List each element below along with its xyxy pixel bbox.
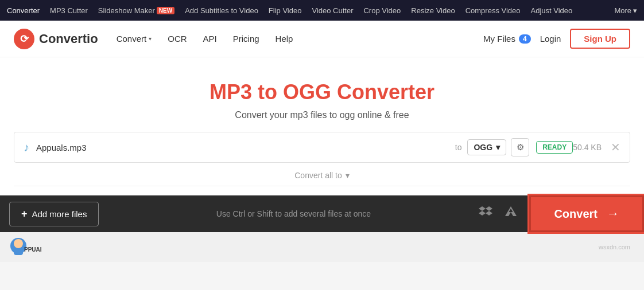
topbar-link-converter[interactable]: Converter xyxy=(7,6,40,15)
svg-text:PPUALS: PPUALS xyxy=(24,246,41,253)
format-chevron-icon: ▾ xyxy=(496,143,500,152)
main-nav: ⟳ Convertio Convert ▾ OCR API Pricing He… xyxy=(0,21,644,57)
signup-button[interactable]: Sign Up xyxy=(570,29,630,49)
nav-right: My Files 4 Login Sign Up xyxy=(483,29,630,49)
nav-link-api[interactable]: API xyxy=(203,34,217,44)
file-row: ♪ Appuals.mp3 to OGG ▾ ⚙ READY 50.4 KB ✕ xyxy=(14,132,630,163)
topbar-link-crop[interactable]: Crop Video xyxy=(363,6,401,15)
nav-links: Convert ▾ OCR API Pricing Help xyxy=(117,34,483,44)
logo[interactable]: ⟳ Convertio xyxy=(14,29,98,49)
page-footer: PPUALS wsxdn.com xyxy=(0,232,644,262)
convert-all-label: Convert all to xyxy=(294,171,342,180)
nav-link-help[interactable]: Help xyxy=(276,34,293,44)
cloud-icons xyxy=(479,205,518,222)
svg-point-3 xyxy=(14,239,23,248)
convert-button-label: Convert xyxy=(554,207,598,221)
file-size: 50.4 KB xyxy=(573,143,602,152)
new-badge: NEW xyxy=(157,7,174,14)
music-icon: ♪ xyxy=(24,141,29,154)
hero-section: MP3 to OGG Converter Convert your mp3 fi… xyxy=(0,57,644,132)
convert-button[interactable]: Convert → xyxy=(529,195,644,232)
svg-text:⟳: ⟳ xyxy=(20,33,29,45)
add-files-button[interactable]: + Add more files xyxy=(9,202,99,226)
topbar-link-resize[interactable]: Resize Video xyxy=(411,6,455,15)
drag-hint: Use Ctrl or Shift to add several files a… xyxy=(108,209,479,218)
top-bar: Converter MP3 Cutter Slideshow Maker NEW… xyxy=(0,0,644,21)
nav-link-convert[interactable]: Convert ▾ xyxy=(117,34,152,44)
hero-subtitle: Convert your mp3 files to ogg online & f… xyxy=(11,110,633,120)
to-label: to xyxy=(455,143,462,152)
nav-link-pricing[interactable]: Pricing xyxy=(233,34,259,44)
topbar-link-subtitles[interactable]: Add Subtitles to Video xyxy=(185,6,258,15)
gear-icon: ⚙ xyxy=(517,142,524,152)
plus-icon: + xyxy=(21,208,28,220)
google-drive-icon[interactable] xyxy=(504,205,518,222)
dropbox-icon[interactable] xyxy=(479,205,492,222)
hero-title: MP3 to OGG Converter xyxy=(11,80,633,104)
topbar-link-compress[interactable]: Compress Video xyxy=(465,6,521,15)
topbar-link-videocutter[interactable]: Video Cutter xyxy=(312,6,353,15)
topbar-link-adjust[interactable]: Adjust Video xyxy=(531,6,573,15)
logo-icon: ⟳ xyxy=(14,29,34,49)
files-count-badge: 4 xyxy=(519,34,531,44)
watermark: wsxdn.com xyxy=(592,241,637,253)
action-bar: + Add more files Use Ctrl or Shift to ad… xyxy=(0,195,644,232)
convert-all-row[interactable]: Convert all to ▾ xyxy=(14,165,630,186)
login-button[interactable]: Login xyxy=(540,34,561,44)
converter-area: ♪ Appuals.mp3 to OGG ▾ ⚙ READY 50.4 KB ✕… xyxy=(0,132,644,195)
ready-badge: READY xyxy=(536,141,573,154)
appuals-character-icon: PPUALS xyxy=(7,236,41,258)
convert-all-chevron-icon: ▾ xyxy=(346,171,350,180)
more-chevron-icon: ▾ xyxy=(633,6,637,15)
format-select[interactable]: OGG ▾ xyxy=(467,139,506,155)
svg-rect-4 xyxy=(14,248,23,255)
settings-button[interactable]: ⚙ xyxy=(511,138,529,156)
topbar-link-mp3cutter[interactable]: MP3 Cutter xyxy=(50,6,88,15)
convert-arrow-icon: → xyxy=(607,206,619,221)
convert-chevron-icon: ▾ xyxy=(149,36,152,42)
nav-link-ocr[interactable]: OCR xyxy=(168,34,187,44)
file-name: Appuals.mp3 xyxy=(36,143,449,152)
appuals-logo: PPUALS xyxy=(7,236,41,258)
close-button[interactable]: ✕ xyxy=(611,142,620,153)
more-menu[interactable]: More ▾ xyxy=(614,6,637,15)
logo-text: Convertio xyxy=(39,32,98,46)
topbar-link-flip[interactable]: Flip Video xyxy=(269,6,302,15)
topbar-link-slideshow[interactable]: Slideshow Maker NEW xyxy=(98,6,174,15)
my-files-button[interactable]: My Files 4 xyxy=(483,34,531,44)
